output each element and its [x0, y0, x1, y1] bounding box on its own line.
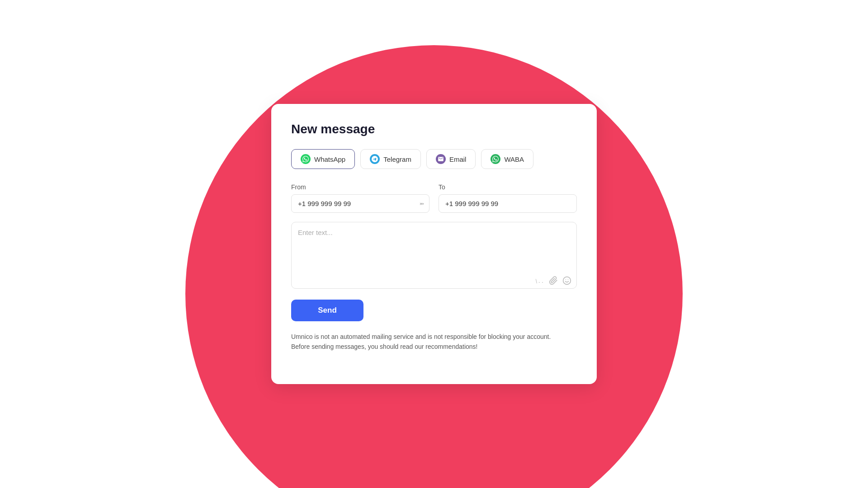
to-field-group: To: [439, 183, 577, 213]
from-field-group: From +1 999 999 99 99 ⤔: [291, 183, 429, 213]
email-icon: [436, 154, 446, 164]
from-select[interactable]: +1 999 999 99 99: [291, 194, 429, 213]
from-to-row: From +1 999 999 99 99 ⤔ To: [291, 183, 577, 213]
send-button[interactable]: Send: [291, 300, 363, 321]
telegram-icon: [370, 154, 380, 164]
attachment-icon[interactable]: [549, 276, 558, 285]
tab-waba-label: WABA: [504, 155, 524, 163]
tab-email[interactable]: Email: [426, 149, 476, 169]
textarea-action-bar: \...: [534, 276, 571, 285]
svg-text:\...: \...: [534, 278, 544, 284]
new-message-modal: New message WhatsApp Telegram: [271, 104, 597, 384]
message-area-container: \...: [291, 222, 577, 291]
to-label: To: [439, 183, 577, 191]
tab-telegram[interactable]: Telegram: [360, 149, 421, 169]
tab-waba[interactable]: WABA: [481, 149, 533, 169]
to-input[interactable]: [439, 194, 577, 213]
whatsapp-icon: [301, 154, 311, 164]
tab-whatsapp-label: WhatsApp: [314, 155, 345, 163]
svg-point-1: [563, 277, 571, 285]
from-label: From: [291, 183, 429, 191]
disclaimer-text: Umnico is not an automated mailing servi…: [291, 332, 553, 352]
waba-icon: [491, 154, 500, 164]
tab-telegram-label: Telegram: [383, 155, 411, 163]
channel-tab-group: WhatsApp Telegram Email: [291, 149, 577, 169]
modal-title: New message: [291, 122, 577, 136]
from-select-wrapper: +1 999 999 99 99 ⤔: [291, 194, 429, 213]
tab-email-label: Email: [449, 155, 467, 163]
emoji-icon[interactable]: [562, 276, 571, 285]
tab-whatsapp[interactable]: WhatsApp: [291, 149, 355, 169]
variable-icon[interactable]: \...: [534, 277, 544, 285]
